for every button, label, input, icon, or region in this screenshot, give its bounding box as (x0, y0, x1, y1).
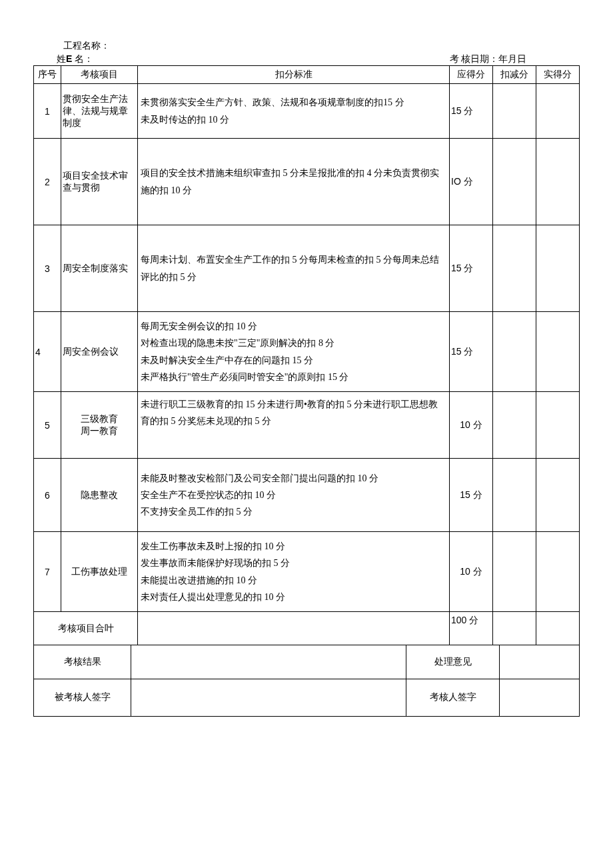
row-deduct (493, 312, 536, 392)
total-deduct (493, 612, 536, 645)
name-label-e: E (66, 53, 72, 64)
row-num: 5 (34, 392, 61, 459)
assessee-value (131, 679, 406, 716)
assessor-label: 考核人签字 (406, 679, 500, 716)
row-actual (536, 312, 580, 392)
row-actual (536, 139, 580, 225)
opinion-label: 处理意见 (406, 645, 500, 679)
total-std (138, 612, 450, 645)
row-deduct (493, 459, 536, 532)
table-row: 7 工伤事故处理 发生工伤事故未及时上报的扣 10 分发生事故而未能保护好现场的… (34, 532, 580, 612)
table-row: 4 周安全例会议 每周无安全例会议的扣 10 分对检查出现的隐患未按"三定"原则… (34, 312, 580, 392)
row-actual (536, 84, 580, 139)
result-row: 考核结果 处理意见 (34, 645, 580, 679)
opinion-value (500, 645, 580, 679)
row-deduct (493, 225, 536, 312)
row-item: 周安全例会议 (61, 312, 138, 392)
row-deduct (493, 392, 536, 459)
col-header-should: 应得分 (450, 66, 493, 84)
row-num: 4 (34, 312, 61, 392)
row-item: 隐患整改 (61, 459, 138, 532)
table-row: 5 三级教育周一教育 未进行职工三级教育的扣 15 分未进行周•教育的扣 5 分… (34, 392, 580, 459)
row-num: 1 (34, 84, 61, 139)
header-row-2: 姓E 名： 考 核日期：年月日 (57, 53, 580, 65)
table-header-row: 序号 考核项目 扣分标准 应得分 扣减分 实得分 (34, 66, 580, 84)
row-should: 15 分 (450, 312, 493, 392)
row-standard: 未能及时整改安检部门及公司安全部门提出问题的扣 10 分安全生产不在受控状态的扣… (138, 459, 450, 532)
row-item: 项目安全技术审查与贯彻 (61, 139, 138, 225)
col-header-num: 序号 (34, 66, 61, 84)
name-label-prefix: 姓 (57, 54, 66, 64)
name-label-suffix: 名： (72, 54, 93, 64)
row-should: 15 分 (450, 84, 493, 139)
row-standard: 每周无安全例会议的扣 10 分对检查出现的隐患未按"三定"原则解决的扣 8 分未… (138, 312, 450, 392)
row-standard: 未进行职工三级教育的扣 15 分未进行周•教育的扣 5 分未进行职工思想教育的扣… (138, 392, 450, 459)
result-value (131, 645, 406, 679)
sign-row: 被考核人签字 考核人签字 (34, 679, 580, 716)
result-label: 考核结果 (34, 645, 131, 679)
row-should: IO 分 (450, 139, 493, 225)
row-should: 15 分 (450, 459, 493, 532)
row-actual (536, 225, 580, 312)
assessment-table: 序号 考核项目 扣分标准 应得分 扣减分 实得分 1 贯彻安全生产法律、法规与规… (33, 65, 580, 645)
row-item: 工伤事故处理 (61, 532, 138, 612)
row-actual (536, 459, 580, 532)
table-row: 6 隐患整改 未能及时整改安检部门及公司安全部门提出问题的扣 10 分安全生产不… (34, 459, 580, 532)
total-actual (536, 612, 580, 645)
row-num: 2 (34, 139, 61, 225)
col-header-actual: 实得分 (536, 66, 580, 84)
row-actual (536, 532, 580, 612)
date-label-suffix: 核日期：年月日 (461, 54, 526, 64)
row-actual (536, 392, 580, 459)
table-row: 2 项目安全技术审查与贯彻 项目的安全技术措施未组织审查扣 5 分未呈报批准的扣… (34, 139, 580, 225)
row-num: 3 (34, 225, 61, 312)
table-row: 1 贯彻安全生产法律、法规与规章制度 未贯彻落实安全生产方针、政策、法规和各项规… (34, 84, 580, 139)
total-row: 考核项目合叶 100 分 (34, 612, 580, 645)
row-deduct (493, 84, 536, 139)
row-deduct (493, 532, 536, 612)
col-header-standard: 扣分标准 (138, 66, 450, 84)
row-item: 三级教育周一教育 (61, 392, 138, 459)
row-standard: 每周未计划、布置安全生产工作的扣 5 分每周未检查的扣 5 分每周未总结评比的扣… (138, 225, 450, 312)
col-header-item: 考核项目 (61, 66, 138, 84)
col-header-deduct: 扣减分 (493, 66, 536, 84)
row-should: 10 分 (450, 532, 493, 612)
row-standard: 项目的安全技术措施未组织审查扣 5 分未呈报批准的扣 4 分未负责贯彻实施的扣 … (138, 139, 450, 225)
row-num: 7 (34, 532, 61, 612)
row-should: 15 分 (450, 225, 493, 312)
row-deduct (493, 139, 536, 225)
row-standard: 未贯彻落实安全生产方针、政策、法规和各项规章制度的扣15 分未及时传达的扣 10… (138, 84, 450, 139)
assessor-value (500, 679, 580, 716)
table-row: 3 周安全制度落实 每周未计划、布置安全生产工作的扣 5 分每周未检查的扣 5 … (34, 225, 580, 312)
footer-table: 考核结果 处理意见 被考核人签字 考核人签字 (33, 645, 580, 717)
row-should: 10 分 (450, 392, 493, 459)
assessee-label: 被考核人签字 (34, 679, 131, 716)
total-value: 100 分 (450, 612, 493, 645)
total-label: 考核项目合叶 (34, 612, 138, 645)
row-num: 6 (34, 459, 61, 532)
project-name-label: 工程名称： (63, 40, 580, 52)
date-label-prefix: 考 (450, 54, 459, 64)
row-standard: 发生工伤事故未及时上报的扣 10 分发生事故而未能保护好现场的扣 5 分未能提出… (138, 532, 450, 612)
row-item: 贯彻安全生产法律、法规与规章制度 (61, 84, 138, 139)
row-item: 周安全制度落实 (61, 225, 138, 312)
